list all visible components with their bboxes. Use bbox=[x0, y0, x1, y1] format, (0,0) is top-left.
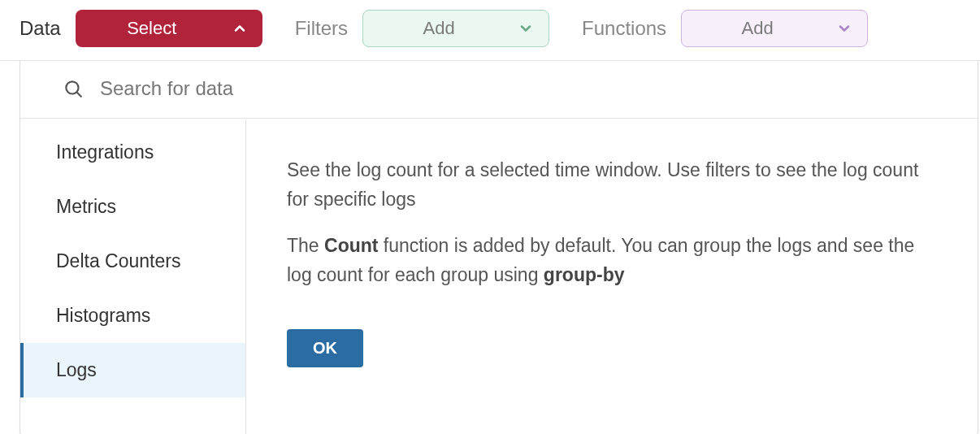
select-dropdown-button[interactable]: Select bbox=[76, 10, 262, 47]
description-paragraph-1: See the log count for a selected time wi… bbox=[287, 156, 937, 214]
sidebar-item-metrics[interactable]: Metrics bbox=[20, 180, 245, 234]
chevron-up-icon bbox=[232, 20, 248, 37]
chevron-down-icon bbox=[836, 20, 852, 37]
sidebar-item-label: Histograms bbox=[56, 305, 150, 326]
search-icon bbox=[63, 78, 84, 99]
functions-add-label: Add bbox=[711, 18, 804, 39]
sidebar-item-integrations[interactable]: Integrations bbox=[20, 125, 245, 180]
sidebar-item-label: Delta Counters bbox=[56, 250, 180, 271]
text-fragment: The bbox=[287, 235, 324, 256]
functions-label: Functions bbox=[582, 17, 666, 40]
filters-add-button[interactable]: Add bbox=[362, 10, 549, 47]
bold-count: Count bbox=[324, 235, 378, 256]
panel-body: Integrations Metrics Delta Counters Hist… bbox=[20, 119, 978, 434]
bold-group-by: group-by bbox=[544, 264, 625, 285]
sidebar-item-histograms[interactable]: Histograms bbox=[20, 289, 245, 343]
svg-line-1 bbox=[77, 93, 81, 97]
content-area: See the log count for a selected time wi… bbox=[246, 119, 978, 434]
sidebar-item-label: Integrations bbox=[56, 141, 154, 163]
filters-add-label: Add bbox=[392, 18, 485, 39]
ok-button[interactable]: OK bbox=[287, 329, 363, 367]
filters-label: Filters bbox=[295, 17, 348, 40]
data-type-sidebar: Integrations Metrics Delta Counters Hist… bbox=[20, 119, 246, 434]
data-dropdown-panel: Integrations Metrics Delta Counters Hist… bbox=[20, 61, 978, 434]
search-row bbox=[20, 61, 978, 119]
select-button-label: Select bbox=[105, 18, 199, 39]
sidebar-item-logs[interactable]: Logs bbox=[20, 343, 245, 397]
description-paragraph-2: The Count function is added by default. … bbox=[287, 232, 937, 289]
data-label: Data bbox=[20, 17, 61, 40]
toolbar: Data Select Filters Add Functions Add bbox=[0, 0, 980, 61]
search-input[interactable] bbox=[100, 77, 955, 100]
functions-add-button[interactable]: Add bbox=[681, 10, 868, 47]
chevron-down-icon bbox=[518, 20, 534, 37]
sidebar-item-delta-counters[interactable]: Delta Counters bbox=[20, 234, 245, 289]
sidebar-item-label: Logs bbox=[56, 359, 97, 380]
sidebar-item-label: Metrics bbox=[56, 196, 116, 217]
